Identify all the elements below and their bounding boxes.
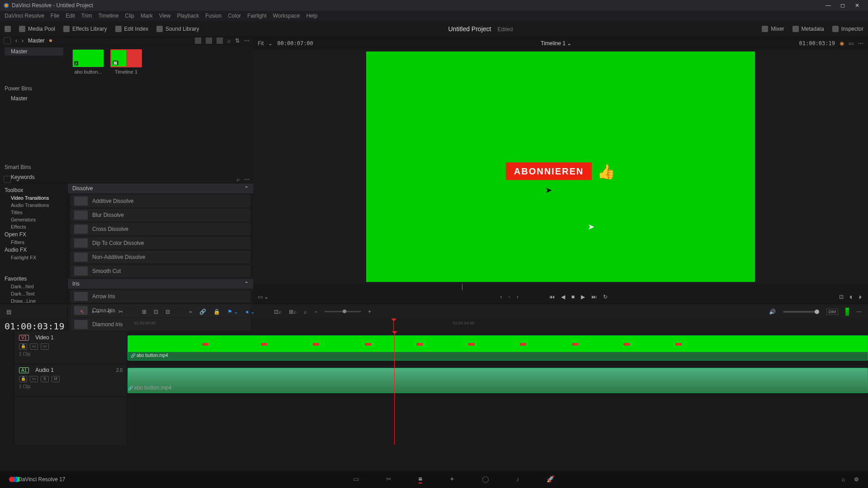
zoom-full-icon[interactable]: ⊞⌕: [289, 309, 297, 315]
transition-item[interactable]: Cross Dissolve: [71, 223, 250, 235]
auto-select-icon[interactable]: ▭: [30, 343, 38, 350]
menu-item[interactable]: Trim: [81, 13, 92, 19]
playhead[interactable]: [393, 319, 394, 332]
shelf-sound-library[interactable]: Sound Library: [156, 26, 199, 32]
video-clip[interactable]: abo button.mp4: [127, 335, 868, 361]
fx-audiofx[interactable]: Audio FX: [5, 246, 63, 254]
menu-item[interactable]: Playback: [177, 13, 199, 19]
zoom-out-icon[interactable]: −: [314, 309, 317, 315]
overlay-menu-icon[interactable]: ▭ ⌄: [253, 294, 269, 300]
disable-track-icon[interactable]: ▭: [41, 343, 49, 350]
shelf-media-pool[interactable]: Media Pool: [19, 26, 55, 32]
menu-item[interactable]: Color: [228, 13, 241, 19]
transition-item[interactable]: Arrow Iris: [71, 290, 250, 303]
overwrite-icon[interactable]: ⊡: [154, 309, 158, 315]
chevron-up-icon[interactable]: ⌃: [244, 185, 249, 192]
chevron-down-icon[interactable]: ⌄: [268, 40, 273, 47]
sort-icon[interactable]: ⇅: [235, 38, 240, 44]
menu-item[interactable]: Fusion: [205, 13, 222, 19]
shelf-mixer[interactable]: Mixer: [762, 26, 784, 32]
maximize-button[interactable]: ◻: [835, 2, 850, 9]
view-thumb-icon[interactable]: [206, 38, 212, 44]
step-back-icon[interactable]: ⏴: [848, 294, 854, 300]
fx-collapse-icon[interactable]: ⌄: [15, 176, 20, 183]
smart-bins-header[interactable]: Smart Bins: [5, 164, 63, 170]
timeline-timecode[interactable]: 01:00:03:19: [5, 321, 64, 332]
volume-slider[interactable]: [783, 311, 819, 313]
transition-item[interactable]: Smooth Cut: [71, 265, 250, 277]
options-icon[interactable]: ⋯: [244, 176, 250, 183]
bin-master[interactable]: Master: [5, 47, 63, 56]
fav-item[interactable]: Dark...Text: [5, 290, 63, 297]
menu-item[interactable]: Clip: [125, 13, 134, 19]
page-fusion[interactable]: ✦: [449, 475, 455, 483]
next-edit-icon[interactable]: ›: [517, 294, 519, 300]
view-list-icon[interactable]: [195, 38, 201, 44]
view-strip-icon[interactable]: [217, 38, 223, 44]
fav-item[interactable]: Dark...hird: [5, 283, 63, 290]
last-frame-button[interactable]: ⏭: [591, 294, 597, 300]
power-bin-master[interactable]: Master: [5, 94, 63, 103]
close-button[interactable]: ✕: [850, 2, 864, 9]
transition-item[interactable]: Non-Additive Dissolve: [71, 251, 250, 263]
timeline-view-icon[interactable]: ▤: [6, 309, 11, 315]
fx-audio-transitions[interactable]: Audio Transitions: [5, 202, 63, 209]
bypass-icon[interactable]: ◉: [840, 40, 844, 47]
menu-item[interactable]: Edit: [66, 13, 75, 19]
pool-layout-icon[interactable]: [4, 37, 11, 44]
matchframe-icon[interactable]: ⊡: [839, 294, 844, 300]
lock-icon[interactable]: 🔒: [213, 309, 220, 315]
stop-button[interactable]: ■: [571, 294, 575, 300]
playhead-line[interactable]: [394, 332, 395, 445]
flag-icon[interactable]: ⚑ ⌄: [227, 309, 238, 315]
shelf-inspector[interactable]: Inspector: [832, 26, 863, 32]
menu-item[interactable]: Fairlight: [247, 13, 267, 19]
step-back-button[interactable]: ◀: [561, 294, 565, 300]
audio-clip[interactable]: abo button.mp4: [127, 368, 868, 393]
menu-item[interactable]: File: [51, 13, 59, 19]
prev-edit-icon[interactable]: ‹: [500, 294, 502, 300]
single-viewer-icon[interactable]: ▭: [849, 40, 854, 47]
trim-tool-icon[interactable]: ⟷: [92, 309, 99, 315]
shelf-edit-index[interactable]: Edit Index: [115, 26, 148, 32]
fx-filters[interactable]: Filters: [5, 239, 63, 246]
replace-icon[interactable]: ⊟: [165, 309, 170, 315]
dim-button[interactable]: DIM: [826, 309, 839, 315]
power-bins-header[interactable]: Power Bins: [5, 85, 63, 92]
page-deliver[interactable]: 🚀: [547, 475, 554, 483]
match-frame-icon[interactable]: ◦: [508, 294, 510, 300]
viewer[interactable]: ABONNIEREN 👍 ➤ ➤: [253, 50, 868, 284]
nav-fwd-icon[interactable]: ›: [22, 38, 24, 44]
page-media[interactable]: ▭: [353, 475, 359, 483]
fx-video-transitions[interactable]: Video Transitions: [5, 194, 63, 202]
audio-track-header[interactable]: A1Audio 12.0 🔒▭SM 1 Clip: [14, 364, 127, 397]
options-icon[interactable]: ⋯: [856, 309, 862, 315]
fx-category[interactable]: Iris: [72, 281, 80, 287]
loop-button[interactable]: ↻: [603, 294, 608, 300]
settings-icon[interactable]: ⚙: [854, 476, 859, 483]
dynamic-trim-icon[interactable]: ⟲: [107, 309, 111, 315]
media-timeline[interactable]: ▦ Timeline 1: [110, 49, 142, 75]
chevron-down-icon[interactable]: ⌄: [567, 40, 571, 47]
link-icon[interactable]: 🔗: [199, 309, 206, 315]
transition-item[interactable]: Dip To Color Dissolve: [71, 237, 250, 249]
blade-tool-icon[interactable]: ✂: [118, 309, 123, 315]
fit-dropdown[interactable]: Fit: [258, 40, 264, 47]
fullscreen-icon[interactable]: [5, 26, 11, 32]
fx-layout-icon[interactable]: [4, 176, 11, 183]
zoom-detail-icon[interactable]: ⌕: [304, 309, 307, 315]
media-clip[interactable]: ♪ abo button...: [72, 49, 104, 75]
fx-category[interactable]: Dissolve: [72, 185, 93, 192]
fx-toolbox[interactable]: Toolbox: [5, 186, 63, 194]
chevron-up-icon[interactable]: ⌃: [244, 281, 249, 287]
mute-button[interactable]: M: [52, 376, 60, 382]
search-icon[interactable]: ⌕: [227, 38, 231, 44]
fx-generators[interactable]: Generators: [5, 216, 63, 223]
step-fwd-icon[interactable]: ⏵: [858, 294, 863, 300]
fx-titles[interactable]: Titles: [5, 209, 63, 216]
menu-item[interactable]: Mark: [141, 13, 153, 19]
solo-button[interactable]: S: [41, 376, 49, 382]
transition-item[interactable]: Additive Dissolve: [71, 195, 250, 207]
video-track-header[interactable]: V1Video 1 🔒▭▭ 1 Clip: [14, 332, 127, 364]
timeline-ruler[interactable]: 01:00:00:00 01:00:04:00: [127, 319, 868, 332]
